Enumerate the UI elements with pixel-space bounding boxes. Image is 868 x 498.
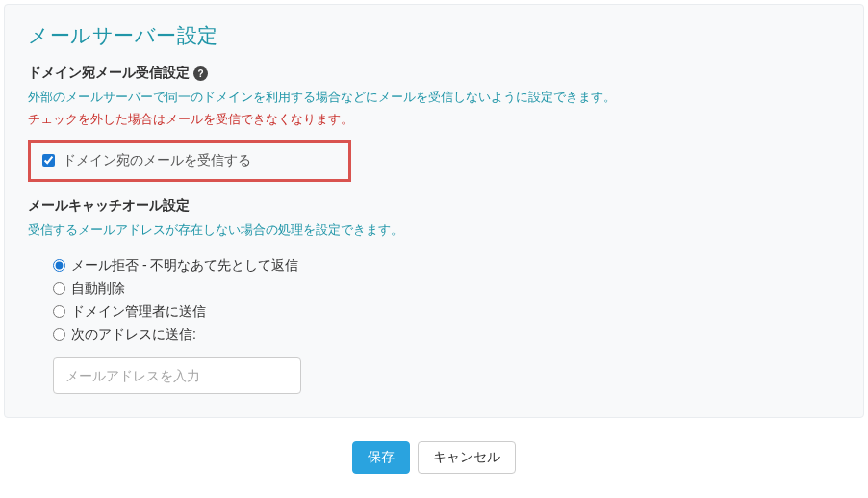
- catchall-option-admin[interactable]: ドメイン管理者に送信: [53, 301, 840, 322]
- catchall-option-address[interactable]: 次のアドレスに送信:: [53, 325, 840, 345]
- catchall-address-input[interactable]: [53, 357, 301, 394]
- catchall-radio-delete[interactable]: [53, 282, 65, 295]
- catchall-label-delete: 自動削除: [71, 278, 125, 299]
- save-button[interactable]: 保存: [352, 441, 410, 474]
- action-footer: 保存 キャンセル: [0, 418, 868, 484]
- catchall-options: メール拒否 - 不明なあて先として返信 自動削除 ドメイン管理者に送信 次のアド…: [53, 255, 840, 394]
- domain-mail-heading-row: ドメイン宛メール受信設定 ?: [28, 65, 840, 82]
- catchall-label-reject: メール拒否 - 不明なあて先として返信: [71, 255, 298, 275]
- domain-mail-highlight: ドメイン宛のメールを受信する: [28, 140, 351, 182]
- panel-title: メールサーバー設定: [28, 22, 840, 49]
- catchall-desc: 受信するメールアドレスが存在しない場合の処理を設定できます。: [28, 221, 840, 241]
- catchall-radio-reject[interactable]: [53, 259, 65, 272]
- catchall-label-admin: ドメイン管理者に送信: [71, 301, 206, 322]
- catchall-option-delete[interactable]: 自動削除: [53, 278, 840, 299]
- domain-mail-checkbox-row[interactable]: ドメイン宛のメールを受信する: [42, 152, 337, 170]
- catchall-heading: メールキャッチオール設定: [28, 197, 840, 215]
- catchall-label-address: 次のアドレスに送信:: [71, 325, 196, 345]
- domain-mail-heading: ドメイン宛メール受信設定: [28, 65, 190, 82]
- domain-mail-section: ドメイン宛メール受信設定 ? 外部のメールサーバーで同一のドメインを利用する場合…: [28, 65, 840, 182]
- catchall-radio-admin[interactable]: [53, 305, 65, 318]
- domain-mail-checkbox[interactable]: [42, 154, 55, 167]
- domain-mail-warning: チェックを外した場合はメールを受信できなくなります。: [28, 110, 840, 130]
- domain-mail-desc: 外部のメールサーバーで同一のドメインを利用する場合などにメールを受信しないように…: [28, 88, 840, 108]
- cancel-button[interactable]: キャンセル: [418, 441, 516, 474]
- catchall-section: メールキャッチオール設定 受信するメールアドレスが存在しない場合の処理を設定でき…: [28, 197, 840, 395]
- mail-server-settings-panel: メールサーバー設定 ドメイン宛メール受信設定 ? 外部のメールサーバーで同一のド…: [4, 4, 864, 418]
- help-icon[interactable]: ?: [193, 66, 208, 81]
- domain-mail-checkbox-label: ドメイン宛のメールを受信する: [63, 152, 251, 170]
- catchall-radio-address[interactable]: [53, 328, 65, 341]
- catchall-option-reject[interactable]: メール拒否 - 不明なあて先として返信: [53, 255, 840, 275]
